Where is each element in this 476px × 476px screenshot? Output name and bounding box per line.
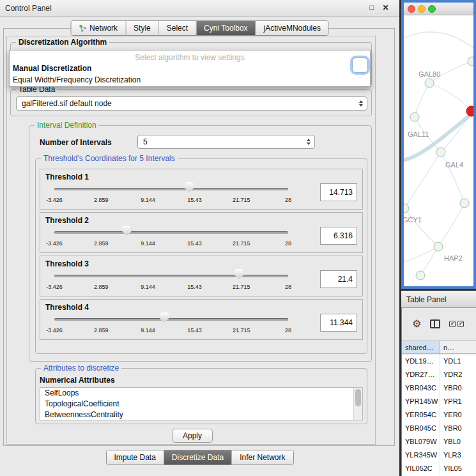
tab-infer-network[interactable]: Infer Network: [231, 450, 293, 464]
tick-label: 28: [285, 284, 291, 290]
threshold-slider[interactable]: -3.426 2.859 9.144 15.43 21.715 28: [54, 312, 288, 339]
table-row[interactable]: YER054CYER0: [402, 408, 476, 422]
cell: YLR3: [440, 449, 476, 462]
tick-label: 9.144: [141, 327, 155, 334]
slider-thumb[interactable]: [122, 226, 131, 236]
select-columns-icon[interactable]: ✓ ✓: [449, 321, 464, 327]
tab-cyni-toolbox[interactable]: Cyni Toolbox: [196, 21, 255, 35]
dropdown-option-equal-width[interactable]: Equal Width/Frequency Discretization: [13, 75, 141, 84]
network-node-selected: [466, 106, 473, 116]
minimize-traffic-light[interactable]: [418, 5, 426, 13]
spinner-stepper-icon[interactable]: [307, 139, 311, 145]
list-item[interactable]: BetweennessCentrality: [40, 410, 362, 420]
dropdown-focus-button[interactable]: [352, 58, 368, 73]
table-row[interactable]: YBR045CYBR0: [402, 422, 476, 435]
list-item[interactable]: TopologicalCoefficient: [40, 399, 362, 410]
slider-tick-labels: -3.426 2.859 9.144 15.43 21.715 28: [54, 284, 288, 291]
table-row[interactable]: YIL052CYIL05: [402, 462, 476, 475]
threshold-value-field[interactable]: 6.316: [320, 227, 357, 245]
table-data-group: Table Data galFiltered.sif default node: [10, 89, 372, 116]
table-row[interactable]: YPR145WYPR1: [402, 395, 476, 408]
dropdown-option-manual[interactable]: Manual Discretization: [13, 64, 91, 73]
threshold-slider[interactable]: -3.426 2.859 9.144 15.43 21.715 28: [54, 182, 288, 209]
slider-thumb[interactable]: [160, 312, 169, 323]
list-scrollbar[interactable]: [353, 388, 362, 420]
slider-track[interactable]: [54, 275, 288, 277]
window-title: Control Panel: [5, 4, 52, 13]
network-canvas[interactable]: GAL80 GAL11 GAL4 GCY1 HAP2: [404, 15, 473, 286]
table-row[interactable]: YDL19…YDL1: [402, 355, 476, 368]
tab-label: jActiveMNodules: [264, 24, 321, 33]
scrollbar-thumb[interactable]: [355, 389, 361, 406]
combo-stepper-icon[interactable]: [359, 100, 363, 107]
tab-label: Select: [167, 24, 188, 33]
number-of-intervals-spinner[interactable]: 5: [137, 135, 315, 149]
network-view-window: GAL80 GAL11 GAL4 GCY1 HAP2: [401, 0, 476, 289]
table-row[interactable]: YLR345WYLR3: [402, 449, 476, 462]
close-traffic-light[interactable]: [408, 5, 415, 13]
threshold-value-field[interactable]: 11.344: [320, 314, 357, 332]
apply-button[interactable]: Apply: [172, 429, 213, 443]
tick-label: 2.859: [94, 327, 109, 334]
network-node-labels: GAL80 GAL11 GAL4 GCY1 HAP2: [404, 70, 463, 262]
network-node: [434, 242, 443, 251]
threshold-slider[interactable]: -3.426 2.859 9.144 15.43 21.715 28: [54, 226, 288, 252]
close-icon[interactable]: ✕: [381, 3, 390, 12]
tick-label: 21.715: [233, 240, 250, 247]
threshold-value-field[interactable]: 14.713: [320, 183, 357, 201]
node-label: GAL4: [445, 161, 463, 169]
tab-discretize-data[interactable]: Discretize Data: [164, 450, 231, 464]
interval-definition-label: Interval Definition: [35, 121, 99, 130]
slider-thumb[interactable]: [234, 269, 243, 279]
slider-track[interactable]: [54, 231, 288, 234]
threshold-label: Threshold 4: [45, 303, 89, 312]
network-node: [416, 271, 425, 280]
table-data-combobox[interactable]: galFiltered.sif default node: [16, 96, 367, 111]
table-row[interactable]: YDR27…YDR2: [402, 368, 476, 381]
tick-label: -3.426: [46, 284, 63, 290]
column-header-shared-name[interactable]: shared…: [402, 341, 440, 353]
bottom-tab-bar: Impute Data Discretize Data Infer Networ…: [105, 450, 293, 465]
thresholds-group-label: Threshold's Coordinates for 5 Intervals: [41, 154, 178, 163]
threshold-slider[interactable]: -3.426 2.859 9.144 15.43 21.715 28: [54, 269, 288, 296]
attributes-group-label: Attributes to discretize: [41, 364, 121, 372]
threshold-label: Threshold 1: [45, 173, 89, 181]
slider-tick-labels: -3.426 2.859 9.144 15.43 21.715 28: [54, 197, 288, 204]
column-header-name[interactable]: n…: [440, 341, 476, 353]
tab-style[interactable]: Style: [125, 21, 158, 35]
slider-track[interactable]: [54, 188, 288, 190]
zoom-traffic-light[interactable]: [428, 5, 436, 13]
control-panel-titlebar: Control Panel □ ✕: [0, 0, 399, 17]
checkbox-icon: ✓: [449, 321, 456, 327]
cell: YBL079W: [402, 435, 440, 449]
cell: YPR145W: [402, 395, 440, 408]
slider-tick-labels: -3.426 2.859 9.144 15.43 21.715 28: [54, 240, 288, 248]
threshold-label: Threshold 3: [45, 259, 89, 268]
threshold-value-field[interactable]: 21.4: [320, 270, 357, 288]
tick-label: 2.859: [94, 284, 109, 290]
list-item[interactable]: SelfLoops: [40, 388, 362, 399]
cell: YDL19…: [402, 355, 440, 368]
cell: YER054C: [402, 408, 440, 422]
tab-impute-data[interactable]: Impute Data: [106, 450, 163, 464]
threshold-3-panel: Threshold 3 21.4 -3.426 2.859 9.144 15.4…: [40, 256, 363, 296]
tick-label: 9.144: [141, 197, 155, 203]
tab-select[interactable]: Select: [158, 21, 196, 35]
threshold-2-panel: Threshold 2 6.316 -3.426 2.859 9.144 15.…: [40, 212, 363, 253]
table-row[interactable]: YBR043CYBR0: [402, 381, 476, 395]
minimize-icon[interactable]: □: [367, 3, 376, 11]
tab-label: Discretize Data: [172, 453, 224, 462]
tab-network[interactable]: Network: [71, 21, 125, 35]
checkbox-icon: ✓: [457, 321, 464, 327]
gear-icon[interactable]: ⚙: [412, 319, 421, 329]
table-row[interactable]: YBL079WYBL0: [402, 435, 476, 449]
show-columns-icon[interactable]: [430, 319, 440, 328]
dropdown-placeholder: Select algorithm to view settings: [10, 53, 370, 62]
slider-thumb[interactable]: [185, 182, 194, 192]
slider-track[interactable]: [54, 318, 288, 321]
table-panel-window: ⚙ ✓ ✓ shared… n… YDL19…YDL1 YDR27…YDR2 Y…: [401, 308, 476, 476]
tab-label: Impute Data: [114, 453, 155, 462]
tab-jactivemnodules[interactable]: jActiveMNodules: [256, 21, 328, 35]
tick-label: 15.43: [187, 240, 202, 247]
cell: YBL0: [440, 435, 476, 449]
